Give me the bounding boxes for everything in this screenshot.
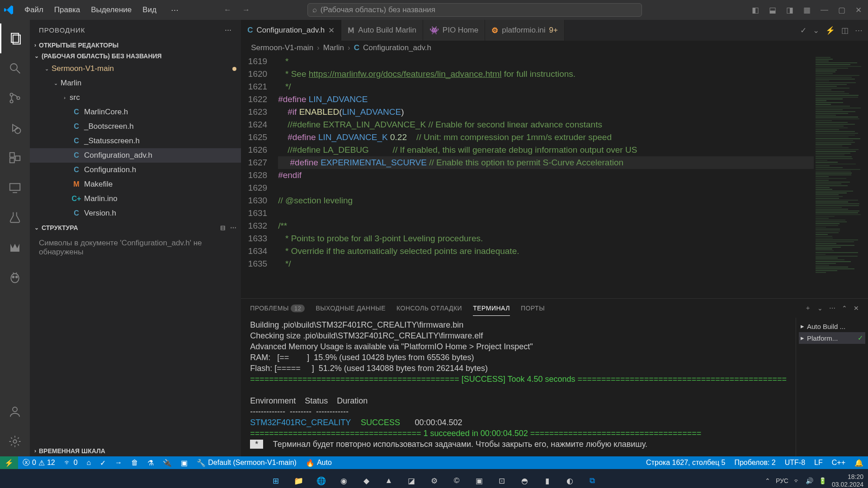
section-timeline[interactable]: › ВРЕМЕННАЯ ШКАЛА [30,446,241,456]
tab-terminal[interactable]: ТЕРМИНАЛ [473,301,510,316]
menu-more-icon[interactable]: ⋯ [166,4,184,17]
taskbar-edge-icon[interactable]: 🌐 [312,472,330,488]
taskbar-app-icon[interactable]: ⊡ [493,472,511,488]
activity-explorer-icon[interactable] [0,23,30,53]
tray-battery-icon[interactable]: 🔋 [819,477,826,484]
status-flask-icon[interactable]: ⚗ [143,456,158,469]
tab-split-icon[interactable]: ◫ [841,26,849,35]
code-content[interactable]: * * See https://marlinfw.org/docs/featur… [278,55,814,298]
editor-tab[interactable]: 👾PIO Home [423,20,485,41]
taskbar-settings-icon[interactable]: ⚙ [425,472,443,488]
tray-lang[interactable]: РУС [776,477,788,484]
terminal-item[interactable]: ▸Auto Build ... [799,320,865,332]
taskbar-app-icon[interactable]: ▲ [380,472,398,488]
folder-src[interactable]: › src [30,90,241,105]
status-problems[interactable]: ⓧ0⚠12 [18,456,60,469]
taskbar-explorer-icon[interactable]: 📁 [289,472,307,488]
terminal-more-icon[interactable]: ⋯ [829,305,835,312]
activity-marlin-icon[interactable] [0,232,30,262]
status-cursor[interactable]: Строка 1627, столбец 5 [642,459,730,467]
file-item[interactable]: MMakefile [30,177,241,192]
editor-tab[interactable]: ⅯAuto Build Marlin [341,20,423,41]
activity-debug-icon[interactable] [0,113,30,143]
taskbar-chrome-icon[interactable]: ◉ [335,472,353,488]
code-editor[interactable]: 1619162016211622162316241625162616271628… [241,55,868,298]
terminal-dropdown-icon[interactable]: ⌄ [817,305,823,312]
status-terminal-icon[interactable]: ▣ [176,456,192,469]
terminal-output[interactable]: Building .pio\build\STM32F401RC_CREALITY… [241,318,796,456]
activity-test-icon[interactable] [0,202,30,232]
taskbar-app-icon[interactable]: ◪ [402,472,420,488]
menu-view[interactable]: Вид [138,4,161,17]
activity-settings-icon[interactable] [0,427,30,456]
tab-more-icon[interactable]: ⋯ [855,26,863,35]
status-home-icon[interactable]: ⌂ [82,456,96,469]
editor-tab[interactable]: ⚙platformio.ini9+ [485,20,565,41]
taskbar-app-icon[interactable]: ▮ [538,472,556,488]
tab-check-icon[interactable]: ✓ [800,26,807,35]
folder-marlin[interactable]: ⌄ Marlin [30,76,241,90]
status-trash-icon[interactable]: 🗑 [127,456,143,469]
tray-volume-icon[interactable]: 🔊 [806,477,813,484]
status-cmake[interactable]: 🔧Default (Sermoon-V1-main) [192,456,301,469]
tab-ports[interactable]: ПОРТЫ [521,301,545,315]
activity-remote-icon[interactable] [0,173,30,202]
nav-back-icon[interactable]: ← [220,4,235,16]
window-minimize-icon[interactable]: — [818,4,831,16]
tray-wifi-icon[interactable]: ᯤ [794,477,800,484]
terminal-item[interactable]: ▸Platform...✓ [799,332,865,344]
tab-output[interactable]: ВЫХОДНЫЕ ДАННЫЕ [316,301,386,315]
tab-debug-console[interactable]: КОНСОЛЬ ОТЛАДКИ [396,301,462,315]
nav-forward-icon[interactable]: → [239,4,254,16]
status-encoding[interactable]: UTF-8 [780,459,810,467]
activity-pio-icon[interactable] [0,262,30,292]
file-item[interactable]: CConfiguration_adv.h [30,148,241,163]
status-check-icon[interactable]: ✓ [95,456,110,469]
status-arrow-icon[interactable]: → [110,456,127,469]
status-plug-icon[interactable]: 🔌 [158,456,176,469]
activity-extensions-icon[interactable] [0,143,30,173]
tab-plug-icon[interactable]: ⚡ [826,26,835,35]
outline-more-icon[interactable]: ⋯ [230,224,236,231]
taskbar-vscode-icon[interactable]: ⧉ [583,472,601,488]
taskbar-app-icon[interactable]: ▣ [470,472,488,488]
menu-selection[interactable]: Выделение [86,4,136,17]
file-item[interactable]: CConfiguration.h [30,163,241,177]
minimap[interactable] [814,55,868,298]
layout-left-icon[interactable]: ◧ [749,4,762,17]
panel-maximize-icon[interactable]: ⌃ [842,305,847,312]
status-ports[interactable]: ᯤ0 [60,456,82,469]
window-close-icon[interactable]: ✕ [853,4,864,17]
tab-problems[interactable]: ПРОБЛЕМЫ12 [250,301,305,315]
status-spaces[interactable]: Пробелов: 2 [730,459,780,467]
activity-account-icon[interactable] [0,397,30,427]
section-workspace[interactable]: ⌄ (РАБОЧАЯ ОБЛАСТЬ) БЕЗ НАЗВАНИЯ [30,51,241,61]
close-icon[interactable]: ✕ [328,26,335,35]
outline-collapse-icon[interactable]: ⊟ [220,224,226,231]
menu-file[interactable]: Файл [20,4,48,17]
tray-clock[interactable]: 18:20 03.02.2024 [832,473,863,488]
taskbar-app-icon[interactable]: ◆ [357,472,375,488]
status-lang[interactable]: C++ [827,459,850,467]
terminal-new-icon[interactable]: ＋ [805,304,811,312]
taskbar-start-icon[interactable]: ⊞ [267,472,285,488]
file-item[interactable]: C_Bootscreen.h [30,119,241,134]
layout-right-icon[interactable]: ◨ [783,4,796,17]
status-bell-icon[interactable]: 🔔 [850,459,868,467]
section-open-editors[interactable]: › ОТКРЫТЫЕ РЕДАКТОРЫ [30,40,241,51]
menu-edit[interactable]: Правка [50,4,85,17]
file-item[interactable]: CMarlinCore.h [30,105,241,119]
status-eol[interactable]: LF [810,459,827,467]
breadcrumb[interactable]: Sermoon-V1-main› Marlin› C Configuration… [241,41,868,55]
panel-close-icon[interactable]: ✕ [854,305,859,312]
tray-chevron-icon[interactable]: ⌃ [765,477,770,484]
taskbar-app-icon[interactable]: © [448,472,466,488]
activity-search-icon[interactable] [0,53,30,83]
editor-tab[interactable]: CConfiguration_adv.h✕ [241,20,341,41]
status-auto[interactable]: 🔥Auto [301,456,336,469]
taskbar-app-icon[interactable]: ◓ [515,472,533,488]
layout-bottom-icon[interactable]: ⬓ [766,4,779,17]
tab-chevron-icon[interactable]: ⌄ [813,26,819,35]
taskbar-app-icon[interactable]: ◐ [561,472,579,488]
command-center[interactable]: ⌕ (Рабочая область) без названия [307,3,642,17]
